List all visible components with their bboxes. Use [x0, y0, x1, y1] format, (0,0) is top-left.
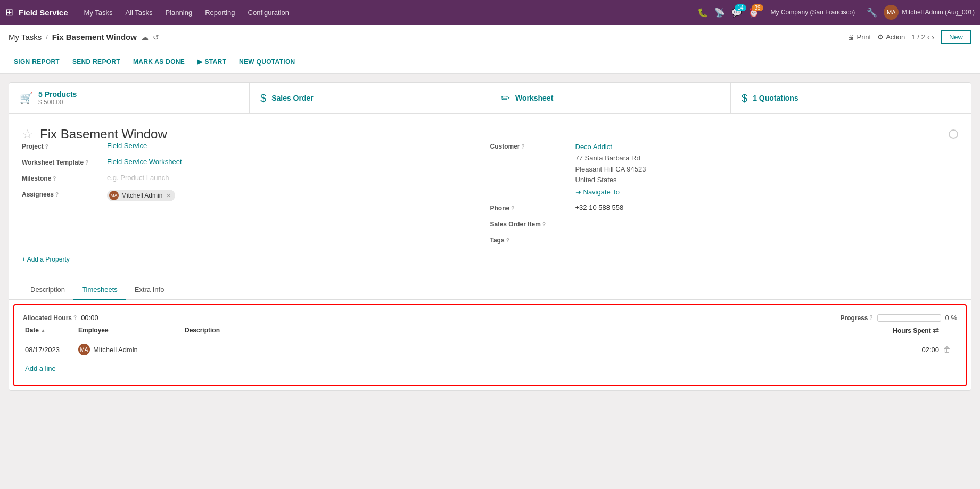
timesheets-section: Allocated Hours ? 00:00 Progress ? 0 %	[13, 304, 967, 386]
tags-label: Tags ?	[490, 235, 575, 244]
col-header-date[interactable]: Date ▲	[23, 322, 76, 339]
cart-icon: 🛒	[20, 92, 33, 104]
settings-icon[interactable]: 🔧	[867, 7, 877, 18]
timesheet-employee[interactable]: MA Mitchell Admin	[76, 339, 183, 360]
col-header-actions	[941, 322, 957, 339]
dollar-icon-quot: $	[742, 92, 747, 104]
breadcrumb-separator: /	[46, 33, 48, 41]
breadcrumb-bar: My Tasks / Fix Basement Window ☁ ↺ 🖨 Pri…	[0, 25, 980, 50]
top-navigation: ⊞ Field Service My Tasks All Tasks Plann…	[0, 0, 980, 25]
navigate-to-link[interactable]: ➜ Navigate To	[575, 188, 959, 196]
phone-help-icon[interactable]: ?	[511, 206, 514, 211]
timesheet-date[interactable]: 08/17/2023	[23, 339, 76, 360]
milestone-field: Milestone ? e.g. Product Launch	[22, 174, 490, 182]
undo-icon[interactable]: ↺	[153, 33, 159, 42]
nav-planning[interactable]: Planning	[160, 6, 198, 19]
tab-extra-info[interactable]: Extra Info	[126, 280, 173, 300]
add-line-link[interactable]: Add a line	[23, 360, 58, 377]
tab-description[interactable]: Description	[22, 280, 73, 300]
allocated-hours-label: Allocated Hours ?	[23, 314, 77, 322]
worksheet-stat[interactable]: ✏ Worksheet	[490, 83, 731, 113]
app-grid-icon[interactable]: ⊞	[5, 6, 13, 18]
progress-help-icon[interactable]: ?	[869, 315, 872, 321]
cloud-save-icon[interactable]: ☁	[141, 33, 149, 42]
printer-icon: 🖨	[847, 33, 854, 41]
col-header-employee[interactable]: Employee	[76, 322, 183, 339]
tab-timesheets[interactable]: Timesheets	[73, 280, 126, 300]
project-label: Project ?	[22, 142, 107, 150]
col-header-description[interactable]: Description	[183, 322, 888, 339]
customer-address-line2: Pleasant Hill CA 94523	[575, 164, 959, 175]
timesheet-hours[interactable]: 02:00	[888, 339, 941, 360]
employee-avatar: MA	[78, 344, 90, 355]
phone-value[interactable]: +32 10 588 558	[575, 203, 959, 211]
assignees-label: Assignees ?	[22, 190, 107, 198]
sign-report-button[interactable]: SIGN REPORT	[9, 55, 65, 69]
support-icon[interactable]: 📡	[714, 7, 725, 18]
record-count: 1 / 2	[911, 33, 925, 41]
milestone-placeholder[interactable]: e.g. Product Launch	[107, 174, 490, 182]
clock-badge: 39	[752, 4, 763, 11]
nav-my-tasks[interactable]: My Tasks	[79, 6, 118, 19]
project-help-icon[interactable]: ?	[45, 144, 48, 150]
new-quotation-button[interactable]: NEW QUOTATION	[234, 55, 300, 69]
hours-adjust-icon[interactable]: ⇄	[933, 326, 939, 335]
allocated-hours-value[interactable]: 00:00	[81, 314, 98, 322]
quotations-stat[interactable]: $ 1 Quotations	[731, 83, 971, 113]
employee-name: Mitchell Admin	[93, 346, 138, 354]
send-report-button[interactable]: SEND REPORT	[67, 55, 126, 69]
clock-icon[interactable]: ⏰ 39	[748, 7, 759, 18]
sales-order-stat[interactable]: $ Sales Order	[250, 83, 490, 113]
quotations-title: 1 Quotations	[753, 94, 798, 102]
assignee-avatar: MA	[109, 191, 119, 200]
bug-icon[interactable]: 🐛	[697, 7, 708, 18]
tags-help-icon[interactable]: ?	[506, 238, 509, 243]
mark-as-done-button[interactable]: MARK AS DONE	[128, 55, 190, 69]
assignees-help-icon[interactable]: ?	[55, 192, 59, 198]
task-title[interactable]: Fix Basement Window	[40, 127, 167, 142]
col-header-hours[interactable]: Hours Spent ⇄	[888, 322, 941, 339]
customer-help-icon[interactable]: ?	[522, 144, 525, 150]
new-button[interactable]: New	[941, 30, 971, 44]
products-stat[interactable]: 🛒 5 Products $ 500.00	[9, 83, 250, 113]
allocated-hours-help-icon[interactable]: ?	[73, 315, 77, 321]
app-name: Field Service	[19, 8, 68, 17]
timesheet-description[interactable]	[183, 339, 888, 360]
start-button[interactable]: ▶ START	[192, 55, 232, 69]
play-icon: ▶	[197, 58, 202, 66]
tags-field: Tags ?	[490, 235, 959, 244]
add-property-link[interactable]: + Add a Property	[22, 256, 958, 263]
assignee-tag[interactable]: MA Mitchell Admin ✕	[107, 190, 175, 201]
customer-field: Customer ? Deco Addict 77 Santa Barbara …	[490, 142, 959, 196]
user-menu[interactable]: MA Mitchell Admin (Aug_001)	[884, 5, 975, 20]
user-name: Mitchell Admin (Aug_001)	[902, 9, 975, 16]
delete-row-icon[interactable]: 🗑	[943, 345, 951, 354]
nav-reporting[interactable]: Reporting	[200, 6, 240, 19]
progress-bar-container[interactable]	[877, 314, 941, 322]
next-record-button[interactable]: ›	[932, 33, 934, 42]
remove-assignee-button[interactable]: ✕	[166, 192, 171, 199]
phone-field: Phone ? +32 10 588 558	[490, 203, 959, 212]
form-right-column: Customer ? Deco Addict 77 Santa Barbara …	[490, 142, 959, 251]
phone-label: Phone ?	[490, 203, 575, 212]
main-content: 🛒 5 Products $ 500.00 $ Sales Order ✏ Wo…	[0, 74, 980, 489]
print-button[interactable]: 🖨 Print	[847, 33, 871, 41]
worksheet-template-value[interactable]: Field Service Worksheet	[107, 158, 490, 166]
action-button[interactable]: ⚙ Action	[877, 33, 905, 41]
date-sort-arrow: ▲	[40, 328, 46, 333]
nav-configuration[interactable]: Configuration	[243, 6, 294, 19]
status-circle[interactable]	[949, 129, 958, 139]
prev-record-button[interactable]: ‹	[927, 33, 930, 42]
sales-order-title: Sales Order	[271, 94, 314, 102]
milestone-help-icon[interactable]: ?	[53, 176, 56, 182]
customer-address-line1: 77 Santa Barbara Rd	[575, 153, 959, 164]
nav-all-tasks[interactable]: All Tasks	[120, 6, 158, 19]
chat-icon[interactable]: 💬 14	[731, 7, 742, 18]
project-value[interactable]: Field Service	[107, 142, 490, 150]
customer-name[interactable]: Deco Addict	[575, 142, 959, 153]
timesheets-table: Date ▲ Employee Description Hours Spent …	[23, 322, 957, 360]
favorite-star-icon[interactable]: ☆	[22, 127, 34, 142]
worksheet-help-icon[interactable]: ?	[85, 160, 88, 166]
breadcrumb-parent[interactable]: My Tasks	[9, 32, 42, 42]
soi-help-icon[interactable]: ?	[542, 222, 546, 227]
